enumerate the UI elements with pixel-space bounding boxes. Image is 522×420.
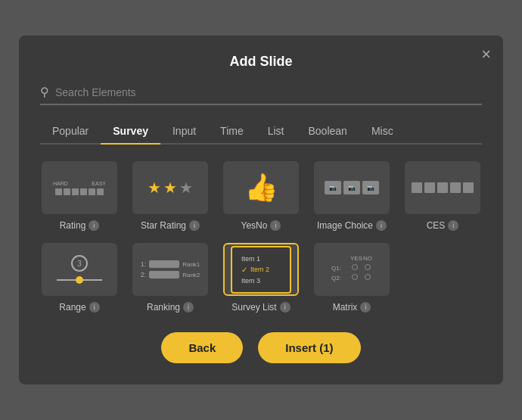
yesno-label: YesNo i xyxy=(241,220,281,231)
image-choice-label: Image Choice i xyxy=(317,220,387,231)
image-choice-icon-box: 📷 📷 📷 xyxy=(314,161,390,214)
matrix-info[interactable]: i xyxy=(360,302,371,313)
ranking-icon: 1: Rank1 2: Rank2 xyxy=(141,260,200,278)
insert-button[interactable]: Insert (1) xyxy=(258,332,360,363)
img-ph1: 📷 xyxy=(325,181,341,194)
search-icon: ⚲ xyxy=(40,85,49,99)
search-bar: ⚲ xyxy=(40,85,482,105)
ranking-icon-box: 1: Rank1 2: Rank2 xyxy=(132,243,208,296)
tabs-bar: Popular Survey Input Time List Boolean M… xyxy=(40,119,482,145)
elements-grid: HARD EASY Rating i xyxy=(40,161,482,313)
element-rating[interactable]: HARD EASY Rating i xyxy=(40,161,119,231)
rating-icon-box: HARD EASY xyxy=(42,161,117,214)
tab-time[interactable]: Time xyxy=(208,119,256,143)
tab-boolean[interactable]: Boolean xyxy=(297,119,359,143)
yesno-icon-box: 👍 xyxy=(223,161,299,214)
ces-label: CES i xyxy=(427,220,459,231)
element-ces[interactable]: CES i xyxy=(403,161,482,231)
img-ph3: 📷 xyxy=(362,181,379,194)
star-rating-icon: ★ ★ ★ xyxy=(148,179,193,197)
element-yesno[interactable]: 👍 YesNo i xyxy=(222,161,300,231)
rating-icon: HARD EASY xyxy=(53,181,106,195)
buttons-row: Back Insert (1) xyxy=(40,332,482,363)
survey-list-info[interactable]: i xyxy=(280,302,291,313)
yesno-info[interactable]: i xyxy=(270,220,281,231)
element-survey-list[interactable]: Item 1 ✓ Item 2 Item 3 Survey List i xyxy=(222,243,300,313)
element-matrix[interactable]: YES NO Q1: Q2: Matrix xyxy=(312,243,391,313)
back-button[interactable]: Back xyxy=(161,332,243,363)
rating-label: Rating i xyxy=(60,220,100,231)
search-input[interactable] xyxy=(55,86,482,98)
tab-list[interactable]: List xyxy=(256,119,297,143)
tab-popular[interactable]: Popular xyxy=(40,119,101,143)
yesno-icon: 👍 xyxy=(244,172,278,204)
matrix-icon-box: YES NO Q1: Q2: xyxy=(314,243,390,296)
image-choice-icon: 📷 📷 📷 xyxy=(325,181,379,194)
close-button[interactable]: × xyxy=(481,46,491,63)
image-choice-info[interactable]: i xyxy=(376,220,387,231)
element-ranking[interactable]: 1: Rank1 2: Rank2 Ranking i xyxy=(131,243,210,313)
element-image-choice[interactable]: 📷 📷 📷 Image Choice i xyxy=(312,161,391,231)
ces-icon xyxy=(412,182,474,193)
tab-survey[interactable]: Survey xyxy=(101,119,160,143)
add-slide-modal: Add Slide × ⚲ Popular Survey Input Time … xyxy=(19,36,503,384)
ranking-info[interactable]: i xyxy=(183,302,194,313)
matrix-icon: YES NO Q1: Q2: xyxy=(331,255,372,284)
rating-info[interactable]: i xyxy=(89,220,99,231)
survey-list-icon: Item 1 ✓ Item 2 Item 3 xyxy=(231,246,291,294)
tab-misc[interactable]: Misc xyxy=(359,119,405,143)
star-rating-info[interactable]: i xyxy=(189,220,200,231)
range-label: Range i xyxy=(59,302,99,313)
survey-list-label: Survey List i xyxy=(231,302,290,313)
range-icon: 3 xyxy=(57,255,102,284)
range-info[interactable]: i xyxy=(89,302,100,313)
matrix-label: Matrix i xyxy=(333,302,371,313)
survey-list-icon-box: Item 1 ✓ Item 2 Item 3 xyxy=(223,243,299,296)
star-rating-label: Star Rating i xyxy=(141,220,200,231)
element-star-rating[interactable]: ★ ★ ★ Star Rating i xyxy=(131,161,210,231)
range-icon-box: 3 xyxy=(42,243,117,296)
ranking-label: Ranking i xyxy=(147,302,194,313)
ces-info[interactable]: i xyxy=(448,220,458,231)
ces-icon-box xyxy=(405,161,480,214)
element-range[interactable]: 3 Range i xyxy=(40,243,119,313)
star-rating-icon-box: ★ ★ ★ xyxy=(132,161,208,214)
img-ph2: 📷 xyxy=(343,181,360,194)
tab-input[interactable]: Input xyxy=(160,119,208,143)
modal-title: Add Slide xyxy=(40,54,482,70)
